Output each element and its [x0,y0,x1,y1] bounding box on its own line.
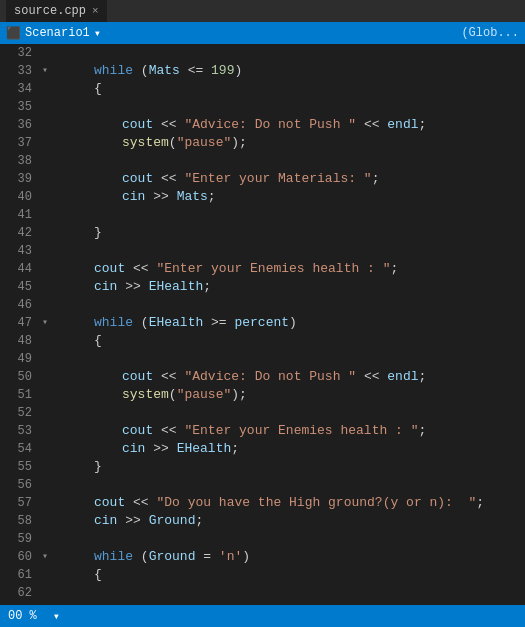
zoom-dropdown-icon[interactable]: ▾ [53,609,60,624]
line-number: 57 [0,494,32,512]
token-plain: ); [231,135,247,150]
code-line [66,296,525,314]
token-kw: while [94,63,133,78]
token-plain: ; [203,279,211,294]
close-icon[interactable]: × [92,5,99,17]
line-number: 59 [0,530,32,548]
token-plain: { [94,81,102,96]
token-str: "Do you have the High ground?(y or n): " [156,495,476,510]
line-numbers-col: 3233343536373839404142434445464748495051… [0,44,38,605]
code-line [66,584,525,602]
fold-button [38,206,52,224]
code-line: cout << "Advice: Do not Push " << endl; [66,116,525,134]
code-line [66,98,525,116]
zoom-level: 00 % [8,609,37,623]
tab-label: source.cpp [14,4,86,18]
token-var: Ground [149,513,196,528]
fold-button [38,476,52,494]
line-number: 38 [0,152,32,170]
fold-button[interactable]: ▾ [38,314,52,332]
token-var: EHealth [177,441,232,456]
token-plain: ; [419,369,427,384]
breakpoint-indicator [52,116,62,134]
token-func: system [122,387,169,402]
token-plain: << [153,423,184,438]
line-number: 35 [0,98,32,116]
status-bar: 00 % ▾ [0,605,525,627]
token-plain: ( [169,135,177,150]
token-plain: << [153,171,184,186]
token-plain: { [94,567,102,582]
fold-col: ▾▾▾ [38,44,52,605]
token-plain: ( [169,387,177,402]
token-plain: ; [372,171,380,186]
fold-button [38,530,52,548]
title-bar: source.cpp × [0,0,525,22]
fold-button [38,152,52,170]
token-str: "Enter your Enemies health : " [156,261,390,276]
token-var: Ground [149,549,196,564]
line-number: 33 [0,62,32,80]
token-plain: >> [117,513,148,528]
token-plain: } [94,459,102,474]
code-line [66,350,525,368]
breakpoint-indicator [52,242,62,260]
token-plain: ) [289,315,297,330]
token-func: system [122,135,169,150]
token-str: "Enter your Enemies health : " [184,423,418,438]
token-plain: << [356,603,387,605]
fold-button[interactable]: ▾ [38,62,52,80]
token-plain: << [356,369,387,384]
token-str: "Advice: Do not Push " [184,603,356,605]
breakpoint-indicator [52,134,62,152]
token-plain: >= [203,315,234,330]
token-plain: ; [418,423,426,438]
fold-button [38,368,52,386]
breakpoint-indicator [52,368,62,386]
tab[interactable]: source.cpp × [6,0,107,22]
token-plain: << [153,117,184,132]
breakpoint-indicator [52,98,62,116]
code-line [66,44,525,62]
token-var: cin [122,441,145,456]
breakpoint-indicator [52,458,62,476]
line-number: 45 [0,278,32,296]
token-str: 'n' [219,549,242,564]
code-line: system("pause"); [66,134,525,152]
token-plain: << [356,117,387,132]
breakpoint-indicator [52,188,62,206]
token-plain: } [94,225,102,240]
token-plain: >> [145,441,176,456]
line-number: 61 [0,566,32,584]
token-var: cout [94,261,125,276]
breakpoint-indicator [52,206,62,224]
token-plain: ( [133,549,149,564]
fold-button [38,98,52,116]
code-line: cin >> Mats; [66,188,525,206]
code-line [66,530,525,548]
scenario-dropdown-icon[interactable]: ▾ [94,26,101,41]
token-var: Mats [177,189,208,204]
token-plain: ; [208,189,216,204]
breakpoint-indicator [52,494,62,512]
token-var: cout [122,171,153,186]
indicator-col [52,44,62,605]
token-str: "Enter your Materials: " [184,171,371,186]
token-plain: ) [242,549,250,564]
fold-button [38,242,52,260]
token-plain: { [94,333,102,348]
code-line: cout << "Enter your Materials: "; [66,170,525,188]
token-var: cin [94,279,117,294]
fold-button[interactable]: ▾ [38,548,52,566]
line-number: 53 [0,422,32,440]
line-number: 52 [0,404,32,422]
token-var: Mats [149,63,180,78]
code-line: cin >> EHealth; [66,278,525,296]
code-line: { [66,332,525,350]
scenario-label: Scenario1 [25,26,90,40]
fold-button [38,116,52,134]
token-kw: while [94,549,133,564]
line-number: 60 [0,548,32,566]
fold-button [38,404,52,422]
code-line: { [66,566,525,584]
